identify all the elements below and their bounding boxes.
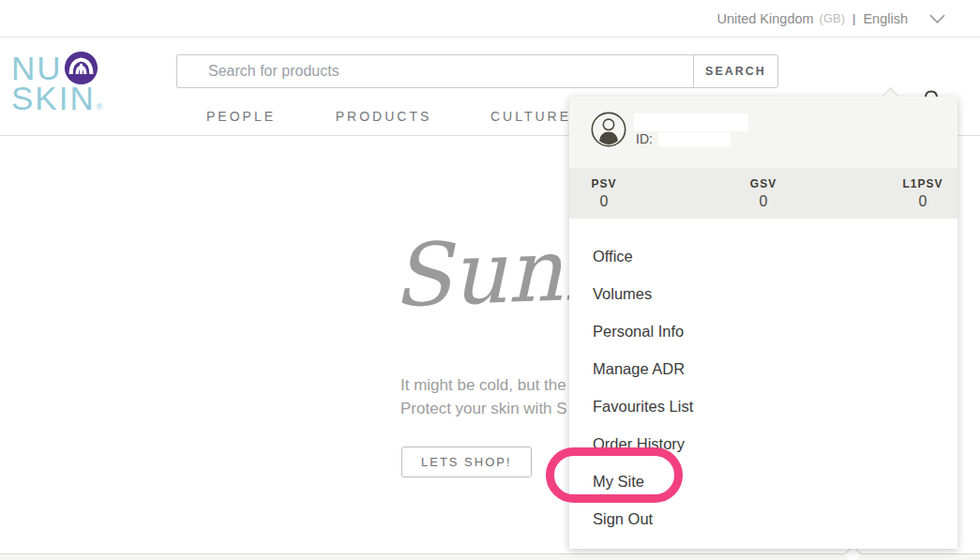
user-id-label: ID: bbox=[636, 131, 653, 146]
nav-item-people[interactable]: PEOPLE bbox=[206, 109, 276, 124]
chevron-down-icon[interactable] bbox=[928, 13, 946, 24]
locale-divider: | bbox=[852, 11, 855, 25]
stat-gsv: GSV 0 bbox=[743, 177, 784, 210]
stat-l1psv: L1PSV 0 bbox=[902, 177, 943, 210]
stat-gsv-label: GSV bbox=[743, 177, 784, 190]
nav-item-culture[interactable]: CULTURE bbox=[490, 109, 571, 124]
account-menu-list: Office Volumes Personal Info Manage ADR … bbox=[569, 219, 957, 537]
locale-country[interactable]: United Kingdom bbox=[716, 11, 813, 26]
locale-bar: United Kingdom (GB) | English bbox=[0, 0, 980, 38]
volume-stats: PSV 0 GSV 0 L1PSV 0 bbox=[569, 168, 957, 219]
stat-l1psv-value: 0 bbox=[902, 193, 943, 210]
stat-gsv-value: 0 bbox=[743, 193, 784, 210]
user-id-redacted bbox=[658, 132, 731, 146]
stat-psv-value: 0 bbox=[583, 193, 625, 210]
stat-l1psv-label: L1PSV bbox=[902, 177, 943, 190]
menu-item-volumes[interactable]: Volumes bbox=[569, 275, 957, 312]
menu-item-personal-info[interactable]: Personal Info bbox=[569, 312, 957, 350]
lets-shop-button[interactable]: LETS SHOP! bbox=[401, 446, 532, 477]
nav-item-products[interactable]: PRODUCTS bbox=[336, 109, 432, 124]
stat-psv: PSV 0 bbox=[583, 177, 625, 210]
menu-item-manage-adr[interactable]: Manage ADR bbox=[569, 350, 957, 387]
user-avatar-icon bbox=[591, 112, 626, 147]
locale-language[interactable]: English bbox=[863, 11, 908, 26]
page: United Kingdom (GB) | English NU SKIN ® bbox=[0, 0, 980, 560]
menu-item-order-history[interactable]: Order History bbox=[569, 425, 957, 462]
menu-item-favourites-list[interactable]: Favourites List bbox=[569, 387, 957, 425]
search-input[interactable] bbox=[176, 54, 694, 88]
search-button[interactable]: SEARCH bbox=[693, 54, 778, 88]
nuskin-logo[interactable]: NU SKIN ® bbox=[11, 51, 102, 114]
menu-item-sign-out[interactable]: Sign Out bbox=[569, 500, 957, 537]
account-dropdown: ID: PSV 0 GSV 0 L1PSV 0 Office Volumes P… bbox=[569, 97, 957, 549]
logo-registered-mark: ® bbox=[97, 103, 103, 112]
hero-copy-line2: Protect your skin with S bbox=[400, 397, 567, 420]
account-header: ID: bbox=[569, 97, 957, 168]
hero-copy: It might be cold, but the Protect your s… bbox=[400, 373, 567, 420]
stat-psv-label: PSV bbox=[583, 177, 625, 190]
page-bottom-divider bbox=[0, 553, 980, 560]
locale-country-code: (GB) bbox=[820, 11, 845, 25]
user-name-redacted bbox=[634, 114, 748, 131]
menu-item-my-site[interactable]: My Site bbox=[569, 462, 957, 500]
menu-item-office[interactable]: Office bbox=[569, 237, 957, 275]
logo-text-skin: SKIN bbox=[11, 82, 96, 114]
hero-copy-line1: It might be cold, but the bbox=[400, 373, 567, 397]
